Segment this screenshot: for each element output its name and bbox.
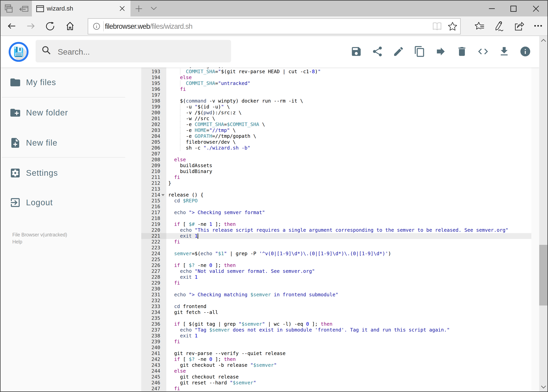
code-line: echo "Not valid semver format. See semve… <box>168 268 315 274</box>
code-token <box>168 227 180 233</box>
gutter-line-number: 231 <box>141 292 160 298</box>
help-link[interactable]: Help <box>12 238 67 245</box>
gutter-line-number: 206 <box>141 145 160 151</box>
hub-favorites-icon-svg <box>475 21 485 31</box>
sidebar-item-settings[interactable]: Settings <box>0 164 129 182</box>
code-token: $? <box>189 356 195 362</box>
gutter-line-number: 221 <box>141 233 166 239</box>
move-button[interactable] <box>435 46 447 57</box>
code-token: " <box>195 104 198 110</box>
sidebar-item-logout[interactable]: Logout <box>0 194 129 211</box>
gutter-line-number: 239 <box>141 339 160 345</box>
page-icon-svg <box>36 5 44 12</box>
sidebar-item-new-file[interactable]: New file <box>0 134 129 152</box>
code-token: 0 <box>209 356 212 362</box>
code-line: -u "$(id -u)" \ <box>168 104 230 110</box>
window-minimize-button-svg <box>489 5 495 12</box>
code-token: git rev-parse --verify --quiet release <box>168 350 285 356</box>
gutter-line-number: 198 <box>141 98 160 104</box>
new-tab-plus-icon[interactable] <box>135 5 142 12</box>
code-line: release () { <box>168 192 203 198</box>
code-token <box>168 333 180 339</box>
code-token <box>168 280 174 286</box>
url-box[interactable]: filebrowser.web/files/wizard.sh <box>88 18 461 35</box>
code-token: " <box>253 380 256 385</box>
code-token: echo <box>180 268 192 274</box>
forward-icon[interactable] <box>27 22 36 30</box>
more-dots-icon[interactable] <box>534 25 543 27</box>
tab-close-icon[interactable] <box>119 6 125 11</box>
code-token <box>168 262 174 268</box>
url-text[interactable]: filebrowser.web/files/wizard.sh <box>105 19 192 34</box>
browser-tab[interactable]: wizard.sh <box>32 0 131 16</box>
code-token: =$( <box>192 251 201 256</box>
gutter-line-number: 228 <box>141 274 160 280</box>
refresh-icon[interactable] <box>46 21 55 30</box>
code-token <box>168 75 180 80</box>
code-line: echo "> Checking matching $semver in fro… <box>168 292 338 298</box>
code-line: echo "Tag $semver does not exist in subm… <box>168 327 450 333</box>
copy-button[interactable] <box>414 46 425 57</box>
home-icon[interactable] <box>66 21 75 30</box>
page-scrollbar-thumb[interactable] <box>539 245 548 306</box>
share-button[interactable] <box>372 46 383 57</box>
code-token: [ <box>180 262 189 268</box>
code-token: | wc -l) -eq <box>265 321 306 327</box>
back-icon[interactable] <box>7 22 16 30</box>
editor-mode-button[interactable] <box>477 46 489 57</box>
code-token: cd <box>174 198 180 203</box>
code-line: filebrowser/dev \ <box>168 139 236 145</box>
page-scrollbar[interactable] <box>539 36 548 392</box>
scroll-up-icon[interactable] <box>541 39 546 42</box>
share-icon[interactable] <box>515 21 524 31</box>
window-close-button[interactable] <box>533 6 539 12</box>
active-line-highlight <box>166 233 531 239</box>
gutter-line-number: 225 <box>141 257 160 262</box>
search-box[interactable]: Search... <box>36 40 231 63</box>
sidebar-item-new-folder[interactable]: New folder <box>0 104 129 122</box>
tab-preview-icon[interactable] <box>3 0 16 16</box>
code-token <box>168 157 174 162</box>
rename-button[interactable] <box>393 46 404 57</box>
sidebar-item-my-files[interactable]: My files <box>0 73 129 91</box>
code-line: if [ $# -ne 1 ]; then <box>168 221 236 227</box>
code-token: " <box>262 321 265 327</box>
fold-toggle-icon[interactable] <box>161 194 165 196</box>
reading-view-book-icon[interactable] <box>432 22 442 30</box>
code-token <box>168 327 180 333</box>
filebrowser-logo[interactable] <box>9 42 28 62</box>
hub-favorites-icon[interactable] <box>475 21 485 31</box>
code-token <box>192 268 195 274</box>
gutter-line-number: 213 <box>141 186 160 192</box>
info-circle-icon[interactable] <box>92 22 101 31</box>
code-token: $COMMIT_SHA <box>227 121 259 127</box>
window-minimize-button[interactable] <box>489 5 495 12</box>
code-token: [ <box>180 221 189 227</box>
delete-button[interactable] <box>456 46 468 57</box>
code-line: semver=$(echo "$1" | grep -P '^v(0|[1-9]… <box>168 251 391 257</box>
code-token: echo <box>180 227 192 233</box>
window-maximize-button[interactable] <box>510 6 516 12</box>
save-button[interactable] <box>350 46 362 57</box>
web-note-pen-icon[interactable] <box>494 21 505 32</box>
sidebar-divider <box>2 157 125 158</box>
favorite-star-icon[interactable] <box>448 22 457 31</box>
code-token: ) <box>315 69 318 74</box>
code-editor[interactable]: 1921931941951961971981992002012022032042… <box>141 68 531 392</box>
info-button[interactable] <box>520 46 531 57</box>
scroll-down-icon[interactable] <box>541 385 546 388</box>
search-placeholder[interactable]: Search... <box>58 41 90 63</box>
gutter-line-number: 199 <box>141 104 160 110</box>
set-tabs-aside-icon[interactable] <box>18 0 30 16</box>
code-token: fi <box>174 239 180 245</box>
code-line: echo "> Checking semver format" <box>168 210 265 216</box>
home-icon-svg <box>66 21 75 30</box>
tabs-chevron-icon[interactable] <box>151 7 157 10</box>
gutter-line-number: 193 <box>141 69 160 75</box>
code-token: git checkout -b release <box>168 362 250 368</box>
gutter-line-number: 211 <box>141 174 160 180</box>
code-token: $( <box>168 98 186 104</box>
code-token <box>186 292 189 297</box>
url-separator <box>103 21 104 31</box>
download-button[interactable] <box>498 46 510 57</box>
